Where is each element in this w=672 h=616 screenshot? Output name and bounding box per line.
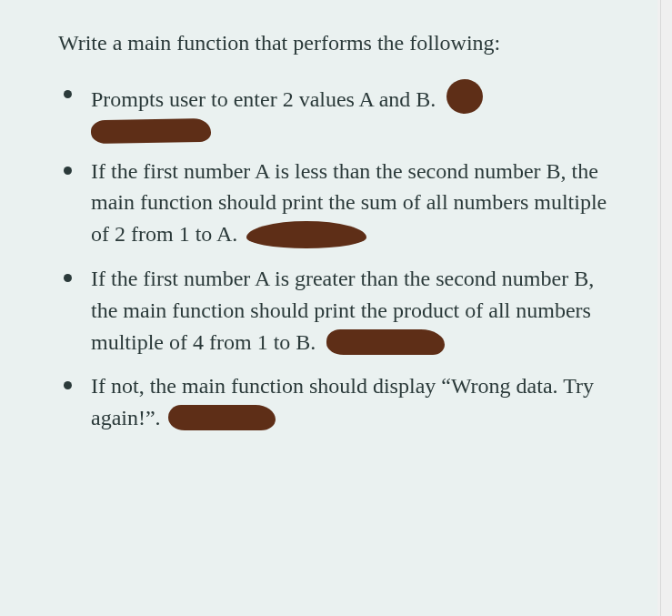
list-item: If not, the main function should display…	[58, 370, 614, 434]
scrollbar-track-edge	[660, 0, 661, 616]
redaction-icon	[326, 329, 445, 355]
bullet-list: Prompts user to enter 2 values A and B. …	[58, 79, 614, 434]
list-item-text: If not, the main function should display…	[91, 374, 594, 429]
scrollbar-track[interactable]	[657, 0, 672, 616]
redaction-icon	[446, 79, 483, 114]
document-body: Write a main function that performs the …	[0, 0, 672, 474]
list-item: If the first number A is greater than th…	[58, 263, 614, 358]
list-item: Prompts user to enter 2 values A and B.	[58, 79, 614, 143]
redaction-icon	[246, 221, 366, 248]
redaction-icon	[91, 117, 211, 143]
intro-paragraph: Write a main function that performs the …	[58, 27, 614, 59]
redaction-icon	[168, 405, 276, 430]
list-item-text: Prompts user to enter 2 values A and B.	[91, 87, 436, 111]
list-item: If the first number A is less than the s…	[58, 156, 614, 250]
